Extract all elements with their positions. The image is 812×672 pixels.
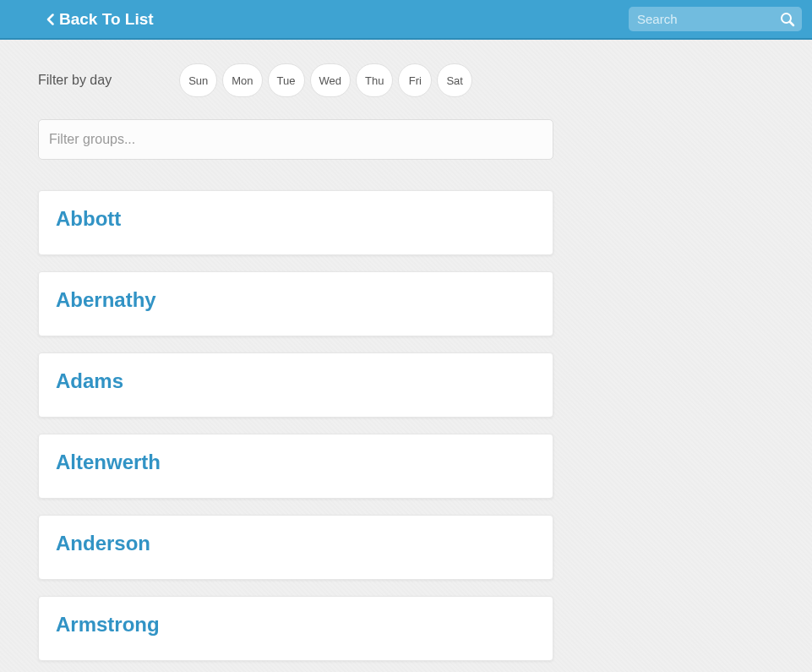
group-name: Anderson: [56, 532, 536, 555]
back-label: Back To List: [59, 10, 154, 29]
day-pill-mon[interactable]: Mon: [222, 63, 262, 97]
day-pill-sat[interactable]: Sat: [437, 63, 472, 97]
group-card[interactable]: Abbott: [38, 190, 553, 255]
group-name: Adams: [56, 369, 536, 393]
group-name: Abbott: [56, 207, 536, 231]
day-filter-row: Filter by day Sun Mon Tue Wed Thu Fri Sa…: [38, 63, 553, 97]
header-bar: Back To List: [0, 0, 812, 40]
main-content: Filter by day Sun Mon Tue Wed Thu Fri Sa…: [0, 40, 591, 672]
day-pill-thu[interactable]: Thu: [356, 63, 393, 97]
day-pill-tue[interactable]: Tue: [268, 63, 305, 97]
group-name: Altenwerth: [56, 451, 536, 474]
back-link[interactable]: Back To List: [10, 10, 154, 29]
search-box: [629, 7, 802, 31]
group-name: Armstrong: [56, 613, 536, 636]
day-pill-sun[interactable]: Sun: [179, 63, 217, 97]
group-card[interactable]: Altenwerth: [38, 434, 553, 499]
group-name: Abernathy: [56, 288, 536, 312]
search-icon[interactable]: [780, 12, 795, 27]
svg-line-1: [790, 22, 793, 25]
chevron-left-icon: [46, 13, 54, 26]
day-pills: Sun Mon Tue Wed Thu Fri Sat: [179, 63, 472, 97]
filter-groups-wrap: [38, 119, 553, 160]
search-input[interactable]: [629, 7, 802, 31]
day-pill-wed[interactable]: Wed: [310, 63, 352, 97]
group-card[interactable]: Armstrong: [38, 596, 553, 661]
group-card[interactable]: Abernathy: [38, 271, 553, 336]
day-pill-fri[interactable]: Fri: [398, 63, 432, 97]
group-card[interactable]: Anderson: [38, 515, 553, 580]
filter-label: Filter by day: [38, 73, 112, 88]
group-card[interactable]: Adams: [38, 352, 553, 418]
filter-groups-input[interactable]: [38, 119, 553, 160]
